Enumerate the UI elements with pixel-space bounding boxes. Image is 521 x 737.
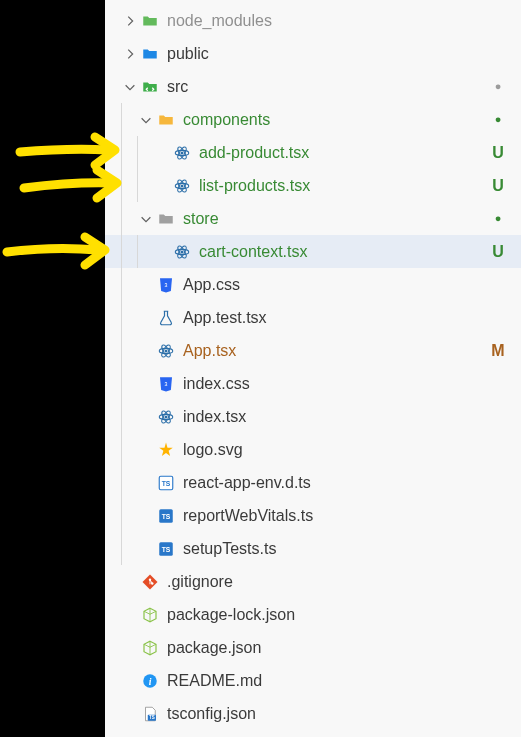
git-status-dot: ●	[487, 70, 509, 103]
git-status-dot: ●	[487, 202, 509, 235]
tree-file-index-tsx[interactable]: index.tsx	[105, 400, 521, 433]
react-ts-icon	[155, 406, 177, 428]
tree-item-label: App.tsx	[183, 342, 487, 360]
tree-folder-components[interactable]: components ●	[105, 103, 521, 136]
tree-file-report-vitals[interactable]: TS reportWebVitals.ts	[105, 499, 521, 532]
tree-item-label: add-product.tsx	[199, 144, 487, 162]
folder-src-icon	[139, 76, 161, 98]
svg-point-8	[181, 250, 184, 253]
tree-item-label: index.css	[183, 375, 487, 393]
svg-point-13	[165, 349, 168, 352]
tree-file-gitignore[interactable]: .gitignore	[105, 565, 521, 598]
tree-item-label: logo.svg	[183, 441, 487, 459]
chevron-down-icon	[137, 210, 155, 228]
tree-file-package-lock[interactable]: package-lock.json	[105, 598, 521, 631]
tree-folder-public[interactable]: public	[105, 37, 521, 70]
folder-muted-icon	[139, 10, 161, 32]
svg-point-0	[181, 151, 184, 154]
ts-icon: TS	[155, 538, 177, 560]
tree-file-setup-tests[interactable]: TS setupTests.ts	[105, 532, 521, 565]
tree-item-label: README.md	[167, 672, 487, 690]
chevron-right-icon	[121, 12, 139, 30]
svg-point-4	[181, 184, 184, 187]
npm-icon	[139, 637, 161, 659]
folder-public-icon	[139, 43, 161, 65]
tree-file-package[interactable]: package.json	[105, 631, 521, 664]
tree-item-label: components	[183, 111, 487, 129]
tree-file-app-css[interactable]: 3 App.css	[105, 268, 521, 301]
tree-file-react-env[interactable]: TS react-app-env.d.ts	[105, 466, 521, 499]
tree-item-label: list-products.tsx	[199, 177, 487, 195]
tree-item-label: store	[183, 210, 487, 228]
svg-text:TS: TS	[149, 715, 155, 720]
git-status-untracked: U	[487, 177, 509, 195]
svg-text:TS: TS	[162, 546, 171, 553]
folder-icon	[155, 208, 177, 230]
tree-folder-src[interactable]: src ●	[105, 70, 521, 103]
git-status-modified: M	[487, 342, 509, 360]
tree-item-label: tsconfig.json	[167, 705, 487, 723]
git-icon	[139, 571, 161, 593]
tree-file-readme[interactable]: i README.md	[105, 664, 521, 697]
tree-item-label: App.test.tsx	[183, 309, 487, 327]
test-flask-icon	[155, 307, 177, 329]
react-ts-icon	[155, 340, 177, 362]
ts-def-icon: TS	[155, 472, 177, 494]
npm-icon	[139, 604, 161, 626]
tree-item-label: package.json	[167, 639, 487, 657]
tree-item-label: react-app-env.d.ts	[183, 474, 487, 492]
tree-item-label: .gitignore	[167, 573, 487, 591]
tree-file-list-products[interactable]: list-products.tsx U	[105, 169, 521, 202]
annotation-margin	[0, 0, 105, 737]
tree-item-label: node_modules	[167, 12, 487, 30]
chevron-down-icon	[137, 111, 155, 129]
svg-text:TS: TS	[162, 513, 171, 520]
react-ts-icon	[171, 142, 193, 164]
tsconfig-icon: TS	[139, 703, 161, 725]
tree-item-label: reportWebVitals.ts	[183, 507, 487, 525]
tree-file-add-product[interactable]: add-product.tsx U	[105, 136, 521, 169]
tree-file-cart-context[interactable]: cart-context.tsx U	[105, 235, 521, 268]
svg-point-18	[165, 415, 168, 418]
tree-file-app-tsx[interactable]: App.tsx M	[105, 334, 521, 367]
git-status-untracked: U	[487, 144, 509, 162]
react-ts-icon	[171, 241, 193, 263]
git-status-dot: ●	[487, 103, 509, 136]
react-ts-icon	[171, 175, 193, 197]
chevron-down-icon	[121, 78, 139, 96]
svg-text:TS: TS	[162, 480, 171, 487]
svg-text:3: 3	[165, 380, 168, 386]
folder-components-icon	[155, 109, 177, 131]
css-icon: 3	[155, 274, 177, 296]
info-icon: i	[139, 670, 161, 692]
chevron-right-icon	[121, 45, 139, 63]
tree-folder-node-modules[interactable]: node_modules	[105, 4, 521, 37]
svg-text:i: i	[149, 675, 152, 686]
tree-item-label: package-lock.json	[167, 606, 487, 624]
tree-file-index-css[interactable]: 3 index.css	[105, 367, 521, 400]
css-icon: 3	[155, 373, 177, 395]
tree-item-label: cart-context.tsx	[199, 243, 487, 261]
tree-item-label: public	[167, 45, 487, 63]
tree-file-tsconfig[interactable]: TS tsconfig.json	[105, 697, 521, 730]
git-status-untracked: U	[487, 243, 509, 261]
tree-item-label: src	[167, 78, 487, 96]
tree-file-logo-svg[interactable]: logo.svg	[105, 433, 521, 466]
svg-star-icon	[155, 439, 177, 461]
ts-icon: TS	[155, 505, 177, 527]
tree-folder-store[interactable]: store ●	[105, 202, 521, 235]
tree-item-label: setupTests.ts	[183, 540, 487, 558]
tree-item-label: index.tsx	[183, 408, 487, 426]
tree-file-app-test[interactable]: App.test.tsx	[105, 301, 521, 334]
svg-text:3: 3	[165, 281, 168, 287]
tree-item-label: App.css	[183, 276, 487, 294]
file-explorer[interactable]: node_modules public src ● c	[105, 0, 521, 737]
